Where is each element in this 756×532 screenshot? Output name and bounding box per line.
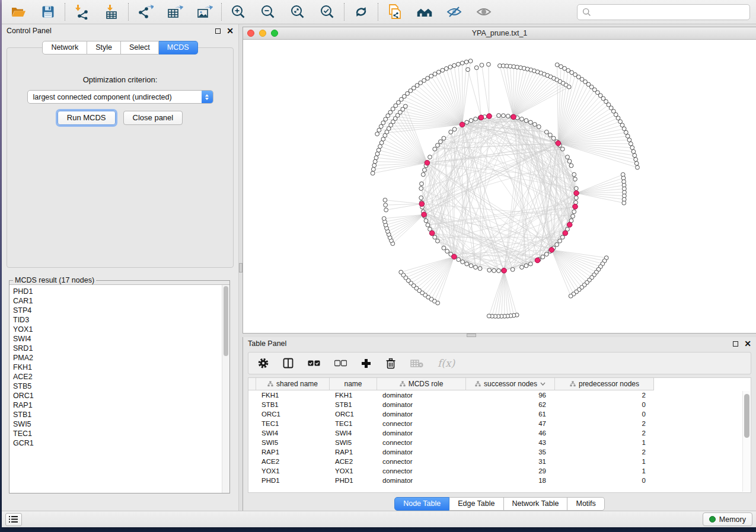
export-network-button[interactable] [137,4,154,20]
export-image-button[interactable] [196,4,213,20]
result-node[interactable]: ORC1 [13,391,222,400]
table-row[interactable]: SWI4SWI4dominator462 [248,428,654,438]
tab-motifs[interactable]: Motifs [567,497,604,511]
float-panel-icon[interactable] [215,28,221,34]
result-node[interactable]: SWI4 [13,334,222,344]
table-cell: PHD1 [256,476,329,485]
memory-button[interactable]: Memory [703,512,752,526]
table-row[interactable]: RAP1RAP1dominator352 [248,447,654,457]
result-node[interactable]: STP4 [13,306,222,315]
close-table-panel-icon[interactable]: ✕ [744,339,751,348]
result-node[interactable]: ACE2 [13,372,222,382]
table-panel-title: Table Panel [248,339,286,348]
table-cell: connector [377,438,465,447]
tab-network-table[interactable]: Network Table [504,497,568,511]
table-row[interactable]: TEC1TEC1connector472 [248,419,654,428]
column-header-shared-name[interactable]: shared name [256,378,329,390]
tab-select[interactable]: Select [121,41,159,55]
table-cell: 0 [554,409,654,419]
column-header-name[interactable]: name [329,378,377,390]
first-neighbors-button[interactable] [416,4,433,20]
table-cell: ORC1 [256,409,329,419]
import-network-button[interactable] [74,4,90,20]
panel-splitter[interactable] [239,24,243,511]
network-window-titlebar: YPA_prune.txt_1 [243,27,756,40]
table-cell: RAP1 [256,447,329,457]
open-file-button[interactable] [10,4,27,20]
tab-edge-table[interactable]: Edge Table [449,497,503,511]
tab-style[interactable]: Style [87,41,121,55]
table-row[interactable]: STB1STB1dominator620 [248,400,654,409]
tab-node-table[interactable]: Node Table [394,497,449,511]
show-all-button[interactable] [476,4,492,20]
table-row[interactable]: YOX1YOX1connector291 [248,466,654,476]
table-row[interactable]: ACE2ACE2connector311 [248,457,654,466]
zoom-out-button[interactable] [260,4,276,20]
zoom-fit-button[interactable] [289,4,306,20]
close-panel-button[interactable]: Close panel [123,111,183,125]
export-image-icon [196,4,213,20]
result-node[interactable]: FKH1 [13,363,222,372]
export-table-button[interactable] [167,4,183,20]
close-panel-icon[interactable]: ✕ [227,27,234,35]
table-cell: connector [377,419,465,428]
result-node[interactable]: TEC1 [13,429,222,438]
column-label: name [344,380,362,388]
tab-network[interactable]: Network [42,41,87,55]
task-history-button[interactable] [5,513,22,526]
table-cell: 31 [465,457,554,466]
result-node[interactable]: TID3 [13,315,222,325]
result-node[interactable]: YOX1 [13,325,222,334]
result-node[interactable]: PHD1 [13,287,222,296]
float-table-panel-icon[interactable] [733,341,738,347]
result-node[interactable]: SRD1 [13,344,222,353]
clone-network-button[interactable] [387,4,403,20]
select-all-button[interactable] [308,360,320,367]
result-node[interactable]: STB5 [13,382,222,391]
criterion-dropdown[interactable]: largest connected component (undirected) [27,90,213,104]
table-cell: SWI4 [256,428,329,438]
zoom-selected-button[interactable] [319,4,336,20]
table-cell: 1 [554,466,654,476]
deselect-all-button[interactable] [334,360,347,367]
refresh-icon [353,4,369,20]
run-mcds-button[interactable]: Run MCDS [58,111,116,125]
save-session-button[interactable] [40,4,56,20]
table-row[interactable]: FKH1FKH1dominator962 [248,390,654,400]
apply-function-button[interactable]: f(x) [438,357,455,369]
result-node[interactable]: GCR1 [13,438,222,448]
column-header-successor-nodes[interactable]: successor nodes [465,378,554,390]
mcds-result-list[interactable]: PHD1CAR1STP4TID3YOX1SWI4SRD1PMA2FKH1ACE2… [9,285,222,493]
refresh-button[interactable] [353,4,369,20]
network-canvas[interactable] [243,40,756,333]
row-gutter [248,378,256,390]
table-row[interactable]: PHD1PHD1dominator180 [248,476,654,485]
result-node[interactable]: SWI5 [13,419,222,429]
table-options-gear-button[interactable] [258,358,269,368]
result-scrollbar[interactable] [222,285,229,493]
tab-mcds[interactable]: MCDS [159,41,198,55]
result-node[interactable]: RAP1 [13,400,222,410]
application-window: Control Panel ✕ NetworkStyleSelectMCDS O… [2,0,756,527]
column-header-predecessor-nodes[interactable]: predecessor nodes [554,378,654,390]
delete-table-button[interactable] [410,359,423,368]
table-cell: dominator [377,447,465,457]
hide-selected-button[interactable] [446,4,462,20]
result-node[interactable]: PMA2 [13,353,222,363]
show-columns-button[interactable] [283,358,294,368]
import-table-button[interactable] [103,4,120,20]
table-splitter[interactable] [243,334,756,337]
search-input[interactable] [595,8,745,16]
table-row[interactable]: ORC1ORC1dominator610 [248,409,654,419]
plus-icon [361,358,371,368]
sort-descending-icon [540,382,546,386]
table-scrollbar[interactable] [742,391,750,492]
delete-column-button[interactable] [385,358,396,369]
zoom-in-button[interactable] [230,4,247,20]
columns-icon [283,358,294,368]
result-node[interactable]: STB1 [13,410,222,419]
add-column-button[interactable] [361,358,371,368]
result-node[interactable]: CAR1 [13,296,222,306]
column-header-MCDS-role[interactable]: MCDS role [377,378,465,390]
table-row[interactable]: SWI5SWI5connector431 [248,438,654,447]
